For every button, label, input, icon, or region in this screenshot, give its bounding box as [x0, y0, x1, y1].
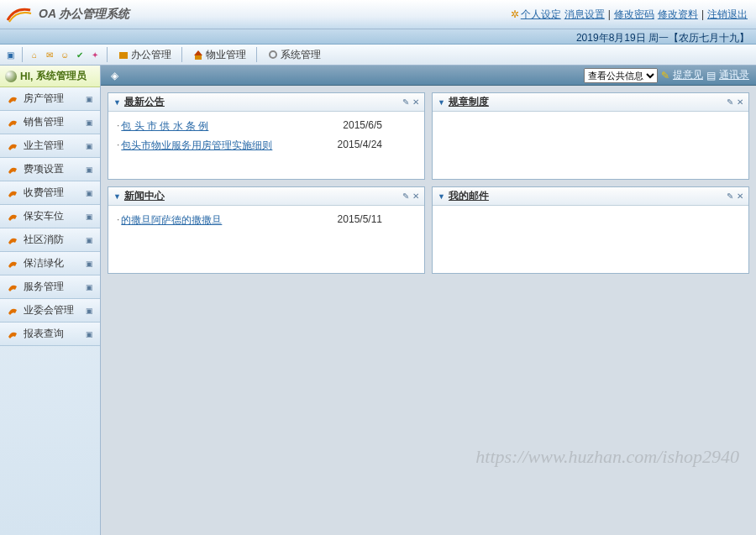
link-suggest[interactable]: 提意见	[673, 68, 703, 82]
list-item: ·的撒旦阿萨德的撒撒旦2015/5/11	[117, 211, 416, 230]
chevron-down-icon[interactable]: ▼	[438, 98, 445, 107]
item-date: 2015/5/11	[338, 213, 416, 228]
suggest-icon: ✎	[661, 70, 669, 81]
panel-news: ▼ 新闻中心 ✎ ✕ ·的撒旦阿萨德的撒撒旦2015/5/11	[108, 186, 425, 274]
gear-icon	[267, 49, 279, 60]
panel-mail: ▼ 我的邮件 ✎ ✕	[432, 186, 749, 274]
item-date: 2015/6/5	[343, 119, 416, 134]
home-icon[interactable]: ⌂	[28, 48, 41, 61]
sidebar-item-4[interactable]: 收费管理▣	[0, 181, 100, 205]
expand-icon: ▣	[86, 118, 93, 127]
sidebar-item-label: 房产管理	[24, 92, 64, 106]
svg-rect-2	[195, 55, 202, 60]
panel-close-icon[interactable]: ✕	[412, 191, 419, 201]
chevron-down-icon[interactable]: ▼	[438, 192, 445, 201]
greeting: HI,系统管理员	[0, 66, 100, 87]
system-name: OA 办公管理系统	[39, 7, 129, 22]
property-icon	[192, 49, 204, 60]
link-change-profile[interactable]: 修改资料	[656, 8, 700, 22]
panel-close-icon[interactable]: ✕	[412, 97, 419, 107]
office-icon	[118, 49, 129, 60]
sidebar-item-label: 保安车位	[24, 209, 64, 223]
main-toolbar: ◈ 查看公共信息 ✎ 提意见 ▤ 通讯录	[101, 66, 756, 86]
panel-edit-icon[interactable]: ✎	[727, 97, 733, 107]
item-link[interactable]: 包 头 市 供 水 条 例	[121, 119, 208, 134]
panel-edit-icon[interactable]: ✎	[402, 191, 409, 201]
sidebar-item-0[interactable]: 房产管理▣	[0, 87, 100, 111]
expand-icon: ▣	[86, 330, 93, 338]
panel-title[interactable]: 我的邮件	[449, 189, 489, 203]
nav-bird-icon	[7, 281, 18, 293]
sidebar-item-5[interactable]: 保安车位▣	[0, 205, 100, 228]
settings-icon: ✲	[511, 8, 519, 20]
sidebar-item-label: 报表查询	[24, 327, 64, 341]
logo-icon	[7, 5, 32, 24]
sidebar-item-label: 服务管理	[24, 280, 64, 294]
nav-bird-icon	[7, 305, 18, 317]
chevron-down-icon[interactable]: ▼	[113, 98, 121, 107]
main-area: ◈ 查看公共信息 ✎ 提意见 ▤ 通讯录 ▼ 最新公告 ✎ ✕	[101, 66, 756, 535]
link-contacts[interactable]: 通讯录	[719, 68, 749, 82]
view-public-info-select[interactable]: 查看公共信息	[584, 68, 658, 83]
check-icon[interactable]: ✔	[73, 48, 87, 61]
panel-title[interactable]: 新闻中心	[124, 189, 165, 203]
list-item: ·包头市物业服务用房管理实施细则2015/4/24	[117, 136, 416, 155]
nav-bird-icon	[7, 258, 18, 270]
link-change-password[interactable]: 修改密码	[612, 8, 656, 22]
menu-property[interactable]: 物业管理	[187, 46, 251, 64]
link-message-settings[interactable]: 消息设置	[563, 8, 606, 22]
smile-icon[interactable]: ☺	[58, 48, 71, 61]
nav-bird-icon	[7, 93, 18, 105]
sidebar-item-2[interactable]: 业主管理▣	[0, 134, 100, 158]
panel-title[interactable]: 最新公告	[124, 95, 165, 109]
sidebar-item-label: 保洁绿化	[24, 256, 64, 270]
sidebar-item-label: 收费管理	[24, 186, 64, 200]
panel-close-icon[interactable]: ✕	[737, 191, 743, 201]
item-link[interactable]: 的撒旦阿萨德的撒撒旦	[121, 213, 222, 228]
expand-icon: ▣	[86, 283, 93, 291]
sidebar-item-label: 业主管理	[24, 139, 64, 153]
star-icon[interactable]: ✦	[88, 48, 102, 61]
sidebar-item-3[interactable]: 费项设置▣	[0, 158, 100, 181]
sidebar-item-label: 社区消防	[24, 233, 64, 247]
mail-icon[interactable]: ✉	[43, 48, 56, 61]
expand-icon: ▣	[86, 95, 93, 103]
expand-icon: ▣	[86, 165, 93, 174]
sidebar-item-8[interactable]: 服务管理▣	[0, 275, 100, 299]
expand-icon: ▣	[86, 260, 93, 268]
chevron-down-icon[interactable]: ▼	[113, 192, 121, 201]
contacts-icon: ▤	[706, 70, 716, 81]
nav-bird-icon	[7, 234, 18, 246]
link-personal-settings[interactable]: 个人设定	[519, 8, 563, 22]
list-item: ·包 头 市 供 水 条 例2015/6/5	[117, 117, 416, 136]
item-link[interactable]: 包头市物业服务用房管理实施细则	[121, 139, 272, 153]
nav-bird-icon	[7, 140, 18, 152]
date-bar: 2019年8月19日 周一【农历七月十九】	[0, 29, 756, 45]
panel-rules: ▼ 规章制度 ✎ ✕	[432, 92, 749, 180]
sidebar-item-7[interactable]: 保洁绿化▣	[0, 252, 100, 275]
svg-marker-1	[194, 50, 202, 55]
user-status-icon	[5, 71, 17, 82]
panel-title[interactable]: 规章制度	[449, 95, 489, 109]
sidebar-item-6[interactable]: 社区消防▣	[0, 228, 100, 252]
sidebar-item-1[interactable]: 销售管理▣	[0, 111, 100, 134]
nav-bird-icon	[7, 164, 18, 176]
expand-icon: ▣	[86, 236, 93, 244]
panel-edit-icon[interactable]: ✎	[402, 97, 409, 107]
sidebar-item-label: 费项设置	[24, 162, 64, 176]
item-date: 2015/4/24	[338, 139, 416, 153]
toggle-sidebar-icon[interactable]: ▣	[3, 48, 17, 61]
sidebar-item-9[interactable]: 业委会管理▣	[0, 299, 100, 323]
svg-point-3	[270, 51, 276, 58]
diamond-icon[interactable]: ◈	[108, 69, 121, 82]
toolbar: ▣ ⌂ ✉ ☺ ✔ ✦ 办公管理 物业管理 系统管理	[0, 45, 756, 66]
link-logout[interactable]: 注销退出	[706, 8, 749, 22]
panel-close-icon[interactable]: ✕	[737, 97, 743, 107]
menu-office[interactable]: 办公管理	[113, 46, 176, 64]
panel-edit-icon[interactable]: ✎	[727, 191, 733, 201]
sidebar-item-10[interactable]: 报表查询▣	[0, 323, 100, 346]
panel-announcements: ▼ 最新公告 ✎ ✕ ·包 头 市 供 水 条 例2015/6/5·包头市物业服…	[108, 92, 425, 180]
menu-system[interactable]: 系统管理	[262, 46, 326, 64]
expand-icon: ▣	[86, 189, 93, 197]
sidebar-item-label: 销售管理	[24, 115, 64, 129]
